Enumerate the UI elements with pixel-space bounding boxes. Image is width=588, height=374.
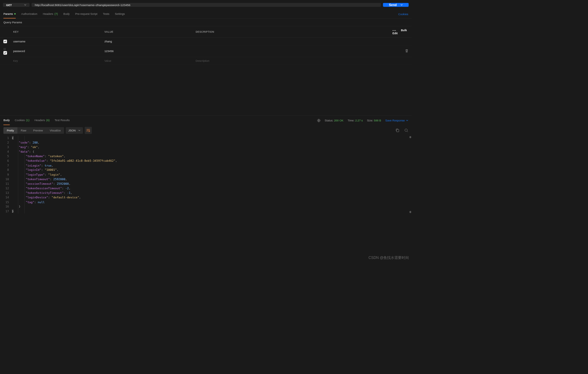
method-label: GET	[6, 3, 12, 7]
code-line: "tokenName": "satoken",	[12, 154, 412, 159]
table-row: username zhang	[0, 38, 412, 46]
copy-icon[interactable]	[396, 128, 399, 132]
code-line: "loginType": "login",	[12, 172, 412, 177]
send-button[interactable]: Send	[383, 3, 409, 7]
table-row-new: Key Value Description	[0, 57, 412, 65]
param-key-placeholder[interactable]: Key	[11, 57, 102, 65]
drag-handle-icon[interactable]	[3, 48, 6, 51]
param-key[interactable]: password	[11, 45, 102, 57]
search-icon[interactable]	[404, 128, 408, 132]
tab-authorization[interactable]: Authorization	[21, 10, 37, 18]
code-line: "tokenActivityTimeout": -1,	[12, 191, 412, 195]
checkbox[interactable]	[3, 40, 7, 43]
view-preview[interactable]: Preview	[30, 127, 46, 134]
param-desc[interactable]	[193, 45, 390, 57]
tab-settings[interactable]: Settings	[115, 10, 125, 18]
code-line: "loginId": "10001",	[12, 168, 412, 172]
view-modes: Pretty Raw Preview Visualize	[3, 127, 64, 134]
url-input[interactable]	[32, 3, 381, 7]
param-value[interactable]: 123456	[102, 45, 193, 57]
tab-params[interactable]: Params	[3, 10, 15, 18]
code-line: "tag": null	[12, 200, 412, 204]
cookies-link[interactable]: Cookies	[398, 12, 408, 16]
code-line: "loginDevice": "default-device",	[12, 195, 412, 200]
col-description: DESCRIPTION	[193, 26, 390, 37]
params-table: KEY VALUE DESCRIPTION Bulk Edit username…	[0, 26, 412, 65]
method-select[interactable]: GET	[3, 3, 29, 7]
globe-icon[interactable]	[317, 119, 321, 122]
checkbox[interactable]	[3, 51, 7, 55]
response-tab-body[interactable]: Body	[3, 116, 10, 125]
format-select[interactable]: JSON	[66, 127, 83, 134]
size-text: Size: 588 B	[367, 119, 381, 122]
col-value: VALUE	[102, 26, 193, 37]
response-section: Body Cookies (1) Headers (6) Test Result…	[0, 116, 412, 218]
svg-point-2	[405, 129, 407, 131]
code-line: "data": {	[12, 149, 412, 154]
send-label: Send	[389, 3, 397, 7]
code-line: "msg": "ok",	[12, 145, 412, 149]
save-response-link[interactable]: Save Response	[385, 119, 408, 122]
param-value-placeholder[interactable]: Value	[102, 57, 193, 65]
bulk-edit-link[interactable]: Bulk Edit	[393, 29, 407, 35]
status-text: Status: 200 OK	[325, 119, 343, 122]
code-line: }	[12, 204, 412, 209]
request-tabs: Params Authorization Headers (7) Body Pr…	[0, 10, 412, 18]
trash-icon[interactable]	[405, 49, 408, 53]
request-bar: GET Send	[0, 0, 412, 10]
more-icon[interactable]	[393, 30, 396, 31]
tab-headers[interactable]: Headers (7)	[43, 10, 58, 18]
dot-icon	[14, 13, 16, 15]
response-tab-headers[interactable]: Headers (6)	[35, 116, 50, 125]
response-tab-cookies[interactable]: Cookies (1)	[15, 116, 29, 125]
code-line: "sessionTimeout": 2592000,	[12, 181, 412, 186]
time-text: Time: 2.27 s	[348, 119, 363, 122]
code-line: {	[12, 136, 412, 140]
tab-prerequest[interactable]: Pre-request Script	[75, 10, 97, 18]
svg-rect-1	[396, 130, 399, 132]
param-desc[interactable]	[193, 38, 390, 46]
view-visualize[interactable]: Visualize	[46, 127, 64, 134]
chevron-down-icon	[401, 4, 403, 5]
param-key[interactable]: username	[11, 38, 102, 46]
chevron-down-icon	[24, 4, 26, 5]
code-line: "tokenValue": "5fe3da91-a082-41c8-8eb5-3…	[12, 159, 412, 163]
wrap-lines-button[interactable]	[85, 127, 92, 134]
tab-body[interactable]: Body	[63, 10, 70, 18]
param-value[interactable]: zhang	[102, 38, 193, 46]
code-line: "tokenTimeout": 2592000,	[12, 177, 412, 181]
query-params-title: Query Params	[0, 19, 412, 26]
code-line: "tokenSessionTimeout": -2,	[12, 186, 412, 190]
col-key: KEY	[11, 26, 102, 37]
tab-tests[interactable]: Tests	[103, 10, 109, 18]
response-body: 1234567891011121314151617 { "code": 200,…	[0, 136, 412, 218]
table-row: password 123456	[0, 45, 412, 57]
view-pretty[interactable]: Pretty	[3, 127, 17, 134]
code-line: "isLogin": true,	[12, 163, 412, 168]
response-tab-test-results[interactable]: Test Results	[55, 116, 70, 125]
watermark: CSDN @鱼找水需要时间	[369, 255, 409, 260]
code-line: "code": 200,	[12, 140, 412, 145]
param-desc-placeholder[interactable]: Description	[193, 57, 390, 65]
code-line: }	[12, 209, 412, 213]
view-raw[interactable]: Raw	[17, 127, 30, 134]
